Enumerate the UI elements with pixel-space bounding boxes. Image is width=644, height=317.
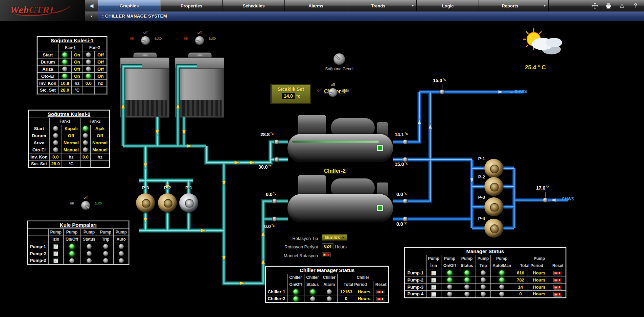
table-row: Arıza Normal Normal xyxy=(28,139,110,146)
column-header: Total Period xyxy=(513,262,550,269)
switch-lever xyxy=(195,40,200,43)
tower2-hoa-switch[interactable]: off on auto xyxy=(183,30,216,48)
genel-knob[interactable] xyxy=(334,53,345,65)
logo-text-web: Web xyxy=(10,4,29,15)
switch-auto-label: auto xyxy=(155,36,162,40)
unit-label: hz xyxy=(94,80,107,87)
manuel-rotasyon-switch[interactable] xyxy=(322,252,331,257)
column-group: Pump xyxy=(476,255,490,262)
chiller-2-title[interactable]: Chiller-2 xyxy=(315,168,355,174)
tab-trends[interactable]: Trends xyxy=(347,0,409,11)
trends-dropdown-button[interactable]: ▼ xyxy=(409,0,417,11)
print-icon[interactable] xyxy=(604,2,613,10)
izin-checkbox[interactable]: ✓ xyxy=(431,278,436,283)
total-period-value: 0 xyxy=(513,291,528,298)
pan-icon[interactable] xyxy=(591,2,599,10)
izin-checkbox[interactable]: ✓ xyxy=(431,271,436,275)
column-group: Pump xyxy=(98,229,113,236)
total-period-value: 14 xyxy=(513,284,528,291)
switch-knob[interactable] xyxy=(328,88,337,97)
tab-label: Alarms xyxy=(308,3,323,8)
reset-switch[interactable] xyxy=(376,297,385,301)
status-led xyxy=(447,285,452,290)
status-led xyxy=(447,277,452,283)
column-header: Trip xyxy=(476,262,490,269)
status-led xyxy=(87,251,92,256)
rotasyon-tip-dropdown[interactable]: Günlük▼ xyxy=(322,234,347,241)
status-value: Off xyxy=(94,58,107,66)
reset-switch[interactable] xyxy=(376,290,385,294)
reports-dropdown-button[interactable]: ▼ xyxy=(541,0,549,11)
status-value: On xyxy=(72,58,83,66)
izin-checkbox[interactable]: ✓ xyxy=(53,251,58,256)
status-led xyxy=(499,285,504,290)
unit-label: hz xyxy=(90,153,110,161)
status-led xyxy=(53,140,58,145)
status-led xyxy=(310,296,315,301)
reset-switch[interactable] xyxy=(553,292,562,297)
tab-reports[interactable]: Reports xyxy=(479,0,541,11)
column-header: Reset xyxy=(550,262,566,269)
status-led xyxy=(499,270,504,275)
total-period-value: 782 xyxy=(513,276,528,284)
tab-properties[interactable]: Properties xyxy=(160,0,223,11)
switch-on-label: on xyxy=(317,88,321,92)
webctrl-logo[interactable]: WebCTRL xyxy=(0,0,85,21)
status-led xyxy=(87,244,92,249)
reset-switch[interactable] xyxy=(553,278,562,283)
chw-pump-2 xyxy=(484,177,503,196)
tab-graphics[interactable]: Graphics xyxy=(98,0,160,11)
tower1-hoa-switch[interactable]: off on auto xyxy=(129,30,162,48)
column-header: Fan-1 xyxy=(49,118,80,125)
tab-label: Trends xyxy=(371,3,386,8)
column-header: Fan-1 xyxy=(58,44,83,51)
reset-switch[interactable] xyxy=(553,285,562,290)
setpoint-value[interactable]: 28.0 xyxy=(58,87,72,94)
status-led xyxy=(293,296,298,301)
switch-on-label: on xyxy=(70,201,74,205)
switch-knob[interactable] xyxy=(81,201,90,210)
alert-icon[interactable]: ⚠ xyxy=(618,2,626,10)
row-label: Oto-El xyxy=(28,146,49,153)
switch-off-label: off xyxy=(198,30,202,34)
chiller-hoa-switch[interactable]: off on auto xyxy=(317,82,349,100)
switch-knob[interactable] xyxy=(195,36,204,45)
status-led xyxy=(62,59,67,65)
rotasyon-periyot-label: Rotasyon Periyot xyxy=(271,244,318,249)
status-led xyxy=(327,289,332,294)
breadcrumb-dropdown-button[interactable]: ▼ xyxy=(85,11,98,21)
back-icon: ◀ xyxy=(90,3,94,9)
temp-chw-supply-top: 15.0°c xyxy=(433,78,446,83)
column-header: Auto/Man xyxy=(491,262,513,269)
column-header: Alarm xyxy=(321,281,337,288)
tab-label: Properties xyxy=(181,3,202,8)
tab-label: Schedules xyxy=(243,3,264,8)
table-row: Chiller-1 12163 Hours xyxy=(266,288,389,295)
pump-label: P-4 xyxy=(470,216,485,221)
column-header: Reset xyxy=(373,281,389,288)
tab-schedules[interactable]: Schedules xyxy=(223,0,285,11)
rotasyon-periyot-value[interactable]: 024 xyxy=(322,243,334,249)
column-header: Auto xyxy=(113,236,129,243)
status-value: Kapalı xyxy=(62,125,80,132)
setpoint-value[interactable]: 14.0 xyxy=(282,93,295,99)
switch-knob[interactable] xyxy=(141,36,150,45)
status-led xyxy=(327,296,332,301)
tab-alarms[interactable]: Alarms xyxy=(285,0,347,11)
help-icon[interactable]: ? xyxy=(631,2,640,10)
tower-pumps-table: Kule Pompaları Pump Pump Pump Pump Pump … xyxy=(27,221,129,265)
total-period-value: 0 xyxy=(337,295,355,302)
row-label: Arıza xyxy=(28,139,49,146)
tower-pumps-hoa-switch[interactable]: off on auto xyxy=(69,195,102,213)
back-button[interactable]: ◀ xyxy=(85,0,98,11)
izin-checkbox[interactable]: ✓ xyxy=(53,244,58,249)
izin-checkbox[interactable]: ✓ xyxy=(431,285,436,290)
izin-checkbox[interactable] xyxy=(431,292,436,297)
izin-checkbox[interactable]: ✓ xyxy=(53,259,58,263)
sogutma-genel-control[interactable]: Soğutma Genel xyxy=(317,53,361,71)
setpoint-value[interactable]: 28.0 xyxy=(49,161,62,168)
hours-label: Hours xyxy=(528,269,550,276)
reset-switch[interactable] xyxy=(553,271,562,275)
manuel-rotasyon-label: Manuel Rotasyon xyxy=(271,253,318,258)
tab-logic[interactable]: Logic xyxy=(417,0,479,11)
